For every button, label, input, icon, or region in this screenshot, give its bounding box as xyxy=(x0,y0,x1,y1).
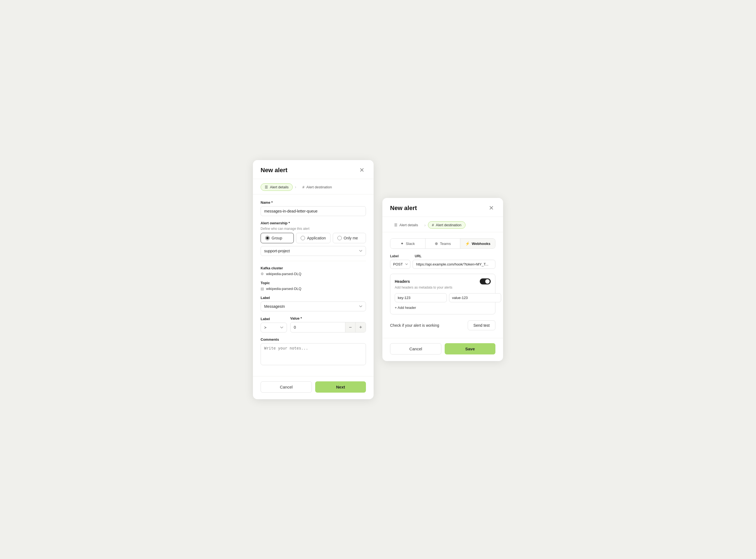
url-row: POST xyxy=(390,260,495,269)
step-alert-details[interactable]: ☰ Alert details xyxy=(261,183,293,191)
modal-header: New alert ✕ xyxy=(253,160,374,179)
modal2-body: ✦ Slack ⊕ Teams ⚡ Webhooks Label URL POS… xyxy=(382,232,503,338)
kafka-cluster-label: Kafka cluster xyxy=(261,266,366,270)
modal2-step-details-label: Alert details xyxy=(399,223,418,227)
comments-input[interactable] xyxy=(261,343,366,365)
name-input[interactable] xyxy=(261,206,366,216)
teams-icon: ⊕ xyxy=(435,241,438,246)
modal2-cancel-button[interactable]: Cancel xyxy=(390,343,441,355)
step-alert-destination[interactable]: # Alert destination xyxy=(299,183,336,191)
details-icon: ☰ xyxy=(265,185,268,189)
kafka-cluster-value: wikipedia-parsed-DLQ xyxy=(266,272,302,276)
tab-webhooks[interactable]: ⚡ Webhooks xyxy=(460,239,495,248)
modal-title: New alert xyxy=(261,167,287,174)
ownership-label: Alert ownership * xyxy=(261,221,366,225)
modal-body: Name * Alert ownership * Define who can … xyxy=(253,194,374,376)
headers-title: Headers xyxy=(395,279,410,284)
name-group: Name * xyxy=(261,200,366,216)
label-label: Label xyxy=(261,296,366,300)
send-test-button[interactable]: Send test xyxy=(468,320,495,330)
headers-section: Headers Add headers as metadata to your … xyxy=(390,274,495,314)
comments-group: Comments xyxy=(261,337,366,366)
divider xyxy=(261,261,366,261)
step-chevron: › xyxy=(295,185,296,189)
ownership-group: Alert ownership * Define who can manage … xyxy=(261,221,366,256)
modal2-header: New alert ✕ xyxy=(382,198,503,217)
headers-sub: Add headers as metadata to your alerts xyxy=(395,286,491,289)
modal2-destination-icon: # xyxy=(432,223,434,227)
destination-icon: # xyxy=(303,185,305,189)
steps-bar: ☰ Alert details › # Alert destination xyxy=(253,179,374,194)
modal-alert-details: New alert ✕ ☰ Alert details › # Alert de… xyxy=(253,160,374,399)
ownership-application-label: Application xyxy=(307,236,326,240)
condition-row: Label > Value * − + xyxy=(261,316,366,337)
condition-value-group: Value * − + xyxy=(290,316,366,333)
ownership-options: Group Application Only me xyxy=(261,233,366,243)
method-select[interactable]: POST xyxy=(390,260,410,269)
group-select[interactable]: support-project xyxy=(261,246,366,256)
label-select[interactable]: MessagesIn xyxy=(261,301,366,311)
condition-label: Label xyxy=(261,317,287,321)
ownership-application-radio[interactable] xyxy=(301,236,305,240)
modal-alert-destination: New alert ✕ ☰ Alert details › # Alert de… xyxy=(382,198,503,361)
name-label: Name * xyxy=(261,200,366,204)
topic-group: Topic ▤ wikipedia-parsed-DLQ xyxy=(261,281,366,291)
topic-value: wikipedia-parsed-DLQ xyxy=(266,287,302,291)
step-destination-label: Alert destination xyxy=(306,185,332,189)
ownership-application-option[interactable]: Application xyxy=(296,233,331,243)
send-test-label: Check if your alert is working xyxy=(390,323,439,328)
modal2-title: New alert xyxy=(390,204,417,212)
kafka-cluster-group: Kafka cluster ⚙ wikipedia-parsed-DLQ xyxy=(261,266,366,276)
ownership-onlyme-option[interactable]: Only me xyxy=(333,233,366,243)
topic-value-row: ▤ wikipedia-parsed-DLQ xyxy=(261,287,366,291)
ownership-group-label: Group xyxy=(271,236,282,240)
modal2-details-icon: ☰ xyxy=(394,223,398,227)
cancel-button[interactable]: Cancel xyxy=(261,381,312,393)
close-button[interactable]: ✕ xyxy=(358,167,366,174)
condition-value-input[interactable] xyxy=(290,322,345,332)
headers-top: Headers xyxy=(395,278,491,285)
url-col-label: URL xyxy=(415,254,422,258)
add-header-button[interactable]: + Add header xyxy=(395,306,416,310)
modal2-step-destination-label: Alert destination xyxy=(436,223,462,227)
ownership-group-radio[interactable] xyxy=(265,236,270,240)
header-key-input[interactable] xyxy=(395,293,447,302)
ownership-onlyme-label: Only me xyxy=(344,236,358,240)
topic-icon: ▤ xyxy=(261,287,264,291)
modal2-steps-bar: ☰ Alert details › # Alert destination xyxy=(382,217,503,232)
tab-webhooks-label: Webhooks xyxy=(472,242,491,246)
ownership-group-option[interactable]: Group xyxy=(261,233,294,243)
toggle-slider xyxy=(480,278,491,285)
header-fields: 🗑 xyxy=(395,293,491,302)
modal2-step-details[interactable]: ☰ Alert details xyxy=(390,221,422,229)
ownership-onlyme-radio[interactable] xyxy=(337,236,342,240)
next-button[interactable]: Next xyxy=(315,381,366,393)
modal-footer: Cancel Next xyxy=(253,376,374,399)
condition-operator-select[interactable]: > xyxy=(261,322,287,333)
topic-label: Topic xyxy=(261,281,366,285)
save-button[interactable]: Save xyxy=(445,343,495,355)
comments-label: Comments xyxy=(261,337,366,341)
url-input[interactable] xyxy=(412,260,495,269)
modal2-close-button[interactable]: ✕ xyxy=(487,204,495,212)
slack-icon: ✦ xyxy=(401,241,404,246)
header-value-input[interactable] xyxy=(449,293,501,302)
tab-slack-label: Slack xyxy=(406,242,415,246)
tab-teams[interactable]: ⊕ Teams xyxy=(425,239,460,248)
method-col-label: Label xyxy=(390,254,415,258)
condition-value-input-row: − + xyxy=(290,322,366,333)
modal2-step-chevron: › xyxy=(424,223,426,227)
modal2-step-destination[interactable]: # Alert destination xyxy=(428,221,466,229)
modal2-footer: Cancel Save xyxy=(382,338,503,361)
webhooks-icon: ⚡ xyxy=(465,241,470,246)
url-label-row: Label URL xyxy=(390,254,495,258)
increment-button[interactable]: + xyxy=(355,322,365,332)
condition-value-label: Value * xyxy=(290,316,366,320)
send-test-row: Check if your alert is working Send test xyxy=(390,320,495,333)
decrement-button[interactable]: − xyxy=(345,322,355,332)
ownership-sublabel: Define who can manage this alert xyxy=(261,227,366,231)
headers-toggle[interactable] xyxy=(480,278,491,285)
step-details-label: Alert details xyxy=(270,185,289,189)
tab-slack[interactable]: ✦ Slack xyxy=(391,239,425,248)
destination-tabs: ✦ Slack ⊕ Teams ⚡ Webhooks xyxy=(390,238,495,249)
